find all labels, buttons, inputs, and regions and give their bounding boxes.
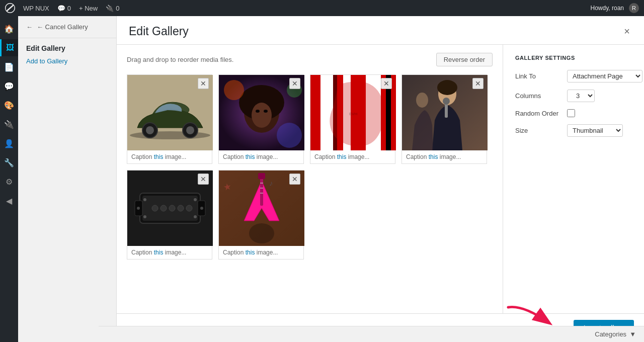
remove-image-4-button[interactable]: ✕	[472, 78, 484, 89]
remove-image-5-button[interactable]: ✕	[198, 174, 209, 185]
remove-image-2-button[interactable]: ✕	[289, 78, 300, 89]
svg-point-33	[152, 205, 158, 211]
svg-point-34	[160, 205, 167, 211]
svg-point-10	[252, 103, 272, 128]
image-grid: ✕	[127, 74, 493, 260]
sidebar-settings-icon[interactable]: ⚙	[0, 173, 18, 190]
caption-link-2[interactable]: this	[246, 153, 255, 160]
caption-4: Caption this image...	[402, 150, 487, 163]
caption-link-1[interactable]: this	[154, 153, 164, 160]
size-setting-row: Size Thumbnail Medium Large Full Size	[515, 124, 632, 137]
gallery-item-4[interactable]: ✕	[401, 74, 487, 164]
plugin-count[interactable]: 🔌 0	[106, 5, 119, 12]
random-order-setting-row: Random Order	[515, 109, 632, 117]
sidebar: 🏠 🖼 📄 💬 🎨 🔌 👤 🔧 ⚙ ◀	[0, 16, 18, 342]
gallery-images-area: Drag and drop to reorder media files. Re…	[117, 45, 503, 313]
svg-point-36	[178, 205, 184, 211]
sidebar-dashboard-icon[interactable]: 🏠	[0, 20, 18, 37]
sidebar-users-icon[interactable]: 👤	[0, 135, 18, 152]
svg-point-6	[186, 126, 194, 134]
gallery-item-5[interactable]: ✕	[127, 170, 212, 260]
caption-6: Caption this image...	[219, 246, 303, 259]
svg-rect-50	[260, 176, 263, 206]
columns-setting-row: Columns 1 2 3 4 5	[515, 90, 632, 102]
add-to-gallery-link[interactable]: Add to Gallery	[26, 57, 67, 65]
modal-title: Edit Gallery	[129, 25, 189, 38]
sidebar-comments-icon[interactable]: 💬	[0, 77, 18, 95]
svg-point-14	[277, 123, 302, 148]
admin-bar-left: WP NUX 💬 0 + New 🔌 0	[5, 3, 119, 13]
sidebar-collapse-icon[interactable]: ◀	[0, 192, 18, 209]
remove-image-3-button[interactable]: ✕	[381, 78, 392, 89]
remove-image-6-button[interactable]: ✕	[289, 174, 300, 185]
left-panel-content: Edit Gallery Add to Gallery	[18, 38, 116, 71]
cancel-gallery-label: ← Cancel Gallery	[37, 23, 88, 31]
svg-point-29	[416, 93, 428, 108]
sidebar-media-icon[interactable]: 🖼	[0, 39, 18, 56]
cancel-gallery-button[interactable]: ← ← Cancel Gallery	[18, 16, 116, 38]
link-to-label: Link To	[515, 72, 563, 80]
svg-rect-27	[445, 103, 448, 118]
caption-link-6[interactable]: this	[246, 249, 255, 256]
svg-text:EVH: EVH	[349, 112, 358, 116]
svg-point-39	[194, 198, 197, 201]
bottom-bar: Categories ▼	[99, 326, 644, 342]
caption-link-3[interactable]: this	[337, 153, 347, 160]
svg-point-37	[186, 205, 192, 211]
gallery-body: Drag and drop to reorder media files. Re…	[117, 45, 644, 313]
categories-label: Categories	[595, 330, 626, 338]
new-post-button[interactable]: + New	[79, 5, 98, 12]
svg-point-13	[224, 80, 244, 100]
comment-icon: 💬	[57, 5, 65, 12]
svg-point-55	[249, 223, 274, 243]
caption-1: Caption this image...	[127, 150, 212, 163]
svg-point-12	[264, 110, 268, 113]
remove-image-1-button[interactable]: ✕	[198, 78, 209, 89]
caption-3: Caption this image...	[310, 150, 395, 163]
size-select[interactable]: Thumbnail Medium Large Full Size	[567, 124, 623, 137]
plugin-icon: 🔌	[106, 5, 114, 12]
svg-point-40	[143, 215, 146, 218]
gallery-item-3[interactable]: ✕	[310, 74, 395, 164]
gallery-item-6[interactable]: ✕	[218, 170, 304, 260]
modal-header: Edit Gallery ×	[117, 16, 644, 45]
random-order-checkbox[interactable]	[567, 109, 575, 117]
sidebar-appearance-icon[interactable]: 🎨	[0, 97, 18, 114]
avatar: R	[629, 3, 639, 13]
svg-point-2	[130, 131, 210, 139]
sidebar-pages-icon[interactable]: 📄	[0, 58, 18, 75]
svg-text:★: ★	[222, 181, 232, 192]
main-layout: 🏠 🖼 📄 💬 🎨 🔌 👤 🔧 ⚙ ◀ ← ← Cancel Gallery E…	[0, 16, 644, 342]
link-to-select[interactable]: Attachment Page Media File None	[567, 70, 642, 82]
chevron-down-icon: ▼	[629, 330, 636, 338]
sidebar-tools-icon[interactable]: 🔧	[0, 154, 18, 171]
modal-area: Edit Gallery × Drag and drop to reorder …	[117, 16, 644, 342]
svg-point-4	[146, 126, 154, 134]
gallery-item-1[interactable]: ✕	[127, 74, 212, 164]
settings-panel-title: GALLERY SETTINGS	[515, 55, 632, 61]
sidebar-plugins-icon[interactable]: 🔌	[0, 116, 18, 133]
caption-link-5[interactable]: this	[154, 249, 164, 256]
gallery-item-2[interactable]: ✕	[218, 74, 304, 164]
svg-rect-51	[258, 173, 265, 179]
howdy-label: Howdy, roan	[591, 5, 624, 12]
svg-point-35	[169, 205, 175, 211]
admin-bar-right: Howdy, roan R	[591, 3, 639, 13]
caption-link-4[interactable]: this	[429, 153, 438, 160]
gallery-settings-panel: GALLERY SETTINGS Link To Attachment Page…	[503, 45, 644, 313]
reverse-order-button[interactable]: Reverse order	[436, 53, 493, 66]
caption-2: Caption this image...	[219, 150, 303, 163]
site-name[interactable]: WP NUX	[23, 5, 49, 12]
svg-text:♪: ♪	[269, 179, 273, 188]
columns-select[interactable]: 1 2 3 4 5	[567, 90, 595, 102]
link-to-setting-row: Link To Attachment Page Media File None	[515, 70, 632, 82]
svg-point-38	[143, 198, 146, 201]
comments-count[interactable]: 💬 0	[57, 5, 71, 12]
modal-close-button[interactable]: ×	[622, 24, 632, 38]
left-panel: ← ← Cancel Gallery Edit Gallery Add to G…	[18, 16, 117, 342]
wordpress-logo-icon[interactable]	[5, 3, 15, 13]
gallery-toolbar: Drag and drop to reorder media files. Re…	[127, 53, 493, 66]
svg-point-41	[194, 215, 197, 218]
svg-point-45	[200, 207, 203, 210]
caption-5: Caption this image...	[127, 246, 212, 259]
